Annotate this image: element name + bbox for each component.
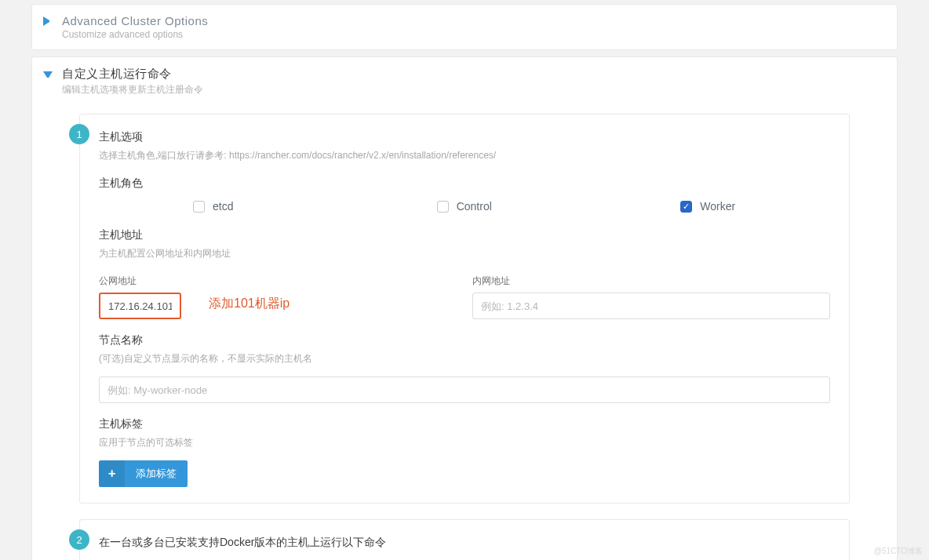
public-addr-input[interactable] [99,293,181,319]
private-addr-input[interactable] [472,293,830,319]
add-label-text: 添加标签 [125,460,188,487]
annotation-text: 添加101机器ip [209,296,290,312]
advanced-cluster-options-accordion[interactable]: Advanced Cluster Options Customize advan… [31,4,898,50]
host-options-sub: 选择主机角色,端口放行请参考: https://rancher.com/docs… [99,149,830,162]
host-labels-sub: 应用于节点的可选标签 [99,436,830,449]
host-addr-sub: 为主机配置公网地址和内网地址 [99,247,830,260]
checkbox-icon[interactable] [193,201,205,213]
role-worker-option[interactable]: ✓ Worker [586,200,830,213]
chevron-down-icon [43,71,53,81]
node-name-title: 节点名称 [99,333,830,347]
accordion-subtitle: 编辑主机选项将更新主机注册命令 [62,83,203,96]
node-name-input[interactable] [99,376,830,403]
host-role-title: 主机角色 [99,176,830,191]
checkbox-checked-icon[interactable]: ✓ [680,201,692,213]
accordion-subtitle: Customize advanced options [62,29,208,40]
role-etcd-option[interactable]: etcd [99,200,343,213]
custom-host-command-accordion[interactable]: 自定义主机运行命令 编辑主机选项将更新主机注册命令 1 主机选项 选择主机角色,… [31,56,898,560]
accordion-title: 自定义主机运行命令 [62,67,203,82]
host-labels-title: 主机标签 [99,417,830,431]
checkbox-icon[interactable] [437,201,449,213]
host-addr-title: 主机地址 [99,228,830,242]
role-worker-label: Worker [700,200,735,213]
node-name-sub: (可选)自定义节点显示的名称，不显示实际的主机名 [99,352,830,365]
chevron-right-icon [43,16,53,26]
public-addr-label: 公网地址 [99,275,457,288]
step2-title: 在一台或多台已安装支持Docker版本的主机上运行以下命令 [99,536,830,550]
host-options-title: 主机选项 [99,130,830,144]
step1-card: 1 主机选项 选择主机角色,端口放行请参考: https://rancher.c… [79,114,850,504]
step2-card: 2 在一台或多台已安装支持Docker版本的主机上运行以下命令 sudo doc… [79,519,850,560]
add-label-button[interactable]: + 添加标签 [99,460,188,487]
private-addr-label: 内网地址 [472,275,830,288]
role-etcd-label: etcd [213,200,233,213]
plus-icon: + [99,460,125,487]
role-control-label: Control [457,200,492,213]
accordion-title: Advanced Cluster Options [62,14,208,27]
step-badge-1: 1 [69,124,89,144]
role-control-option[interactable]: Control [343,200,587,213]
step-badge-2: 2 [69,529,89,550]
watermark: @51CTO博客 [874,546,923,557]
